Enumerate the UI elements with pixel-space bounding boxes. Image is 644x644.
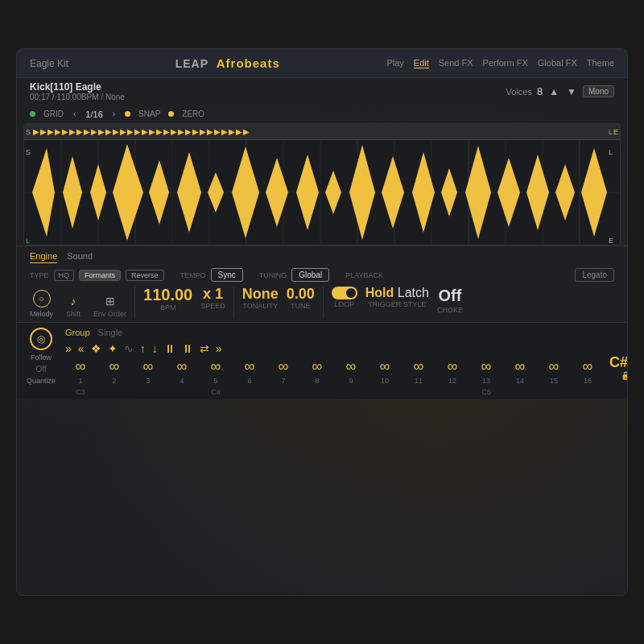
svg-marker-55 — [581, 192, 607, 237]
mono-button[interactable]: Mono — [583, 85, 614, 97]
hq-button[interactable]: HQ — [54, 270, 75, 281]
engine-values-area: ○ Melody ♪ Shift ⊞ Env Order 110.00 — [30, 287, 614, 319]
svg-marker-36 — [325, 171, 341, 192]
svg-marker-29 — [208, 192, 224, 213]
grid-next-button[interactable]: › — [111, 108, 117, 120]
nav-global-fx[interactable]: Global FX — [538, 58, 577, 68]
tonality-value[interactable]: None — [242, 287, 279, 301]
pause-button[interactable]: ⏸ — [164, 342, 175, 355]
pad-num-15: 15 — [539, 377, 569, 385]
right-info: C-3 Start Key C# min 🔒 Tonality — [609, 328, 628, 380]
up-button[interactable]: ↑ — [140, 342, 146, 355]
nav-send-fx[interactable]: Send FX — [439, 58, 473, 68]
svg-marker-28 — [208, 172, 224, 192]
tl-arrow-17: ▶ — [149, 127, 155, 136]
tl-s-label: S — [26, 128, 31, 136]
svg-marker-49 — [497, 192, 520, 227]
nav-play[interactable]: Play — [386, 58, 403, 68]
tonality-key-value: C# min — [609, 354, 628, 371]
tl-arrow-3: ▶ — [47, 127, 54, 136]
group-tab-group[interactable]: Group — [65, 328, 90, 337]
infinity-4[interactable]: ∞ — [167, 358, 197, 375]
tuning-label: TUNING — [259, 271, 287, 279]
fast-forward-button[interactable]: » — [216, 342, 222, 355]
pad-num-4: 4 — [167, 377, 197, 385]
infinity-12[interactable]: ∞ — [437, 358, 468, 375]
svg-marker-39 — [349, 192, 375, 240]
engine-tab-sound[interactable]: Sound — [67, 251, 93, 263]
tl-arrow-21: ▶ — [178, 127, 184, 136]
infinity-16[interactable]: ∞ — [572, 358, 603, 375]
infinity-6[interactable]: ∞ — [234, 358, 265, 375]
infinity-1[interactable]: ∞ — [65, 358, 96, 375]
legato-button[interactable]: Legato — [575, 268, 614, 282]
loop-toggle[interactable] — [332, 287, 357, 299]
choke-value[interactable]: Off — [438, 287, 461, 305]
pattern-button-2[interactable]: ✦ — [108, 342, 118, 355]
infinity-10[interactable]: ∞ — [369, 358, 400, 375]
grid-prev-button[interactable]: ‹ — [72, 108, 77, 120]
waveform-main[interactable]: S L L E — [24, 140, 620, 245]
split-button[interactable]: ⏸ — [182, 342, 193, 355]
infinity-14[interactable]: ∞ — [505, 358, 535, 375]
header-leap: LEAP — [175, 57, 208, 70]
infinity-5[interactable]: ∞ — [200, 358, 231, 375]
hold-latch-display: Hold Latch — [365, 287, 429, 299]
svg-marker-52 — [555, 164, 575, 192]
engine-tab-engine[interactable]: Engine — [30, 251, 57, 263]
tl-e-label: E — [613, 128, 618, 136]
pad-num-14: 14 — [505, 377, 535, 385]
group-tab-single[interactable]: Single — [98, 328, 123, 337]
bpm-value[interactable]: 110.00 — [143, 287, 192, 303]
tl-arrow-27: ▶ — [221, 127, 228, 136]
grid-dot-icon — [30, 111, 35, 117]
skip-back-button[interactable]: « — [78, 342, 85, 355]
infinity-3[interactable]: ∞ — [133, 358, 163, 375]
shuffle-button[interactable]: ⇄ — [200, 342, 209, 355]
infinity-15[interactable]: ∞ — [539, 358, 569, 375]
track-info: Kick[110] Eagle 00:17 / 110.00BPM / None… — [17, 78, 627, 105]
pad-num-9: 9 — [336, 377, 366, 385]
pad-sub-8 — [302, 388, 332, 396]
pad-sub-12 — [437, 388, 468, 396]
tempo-label: TEMPO — [180, 271, 206, 279]
voices-number: 8 — [537, 85, 543, 97]
grid-icon: ⊞ — [105, 295, 115, 308]
nav-perform-fx[interactable]: Perform FX — [483, 58, 528, 68]
svg-marker-45 — [441, 192, 457, 217]
skip-forward-button[interactable]: » — [65, 342, 72, 355]
voices-up-button[interactable]: ▲ — [547, 85, 560, 99]
infinity-2[interactable]: ∞ — [99, 358, 130, 375]
nav-edit[interactable]: Edit — [414, 58, 429, 68]
global-button[interactable]: Global — [291, 268, 329, 282]
infinity-11[interactable]: ∞ — [403, 358, 434, 375]
svg-marker-20 — [90, 164, 106, 192]
tl-l-label: L — [609, 128, 613, 136]
svg-marker-30 — [232, 147, 259, 192]
hold-word: Hold — [365, 286, 394, 299]
nav-theme[interactable]: Theme — [587, 58, 614, 68]
speed-value[interactable]: x 1 — [203, 287, 223, 301]
infinity-9[interactable]: ∞ — [336, 358, 366, 375]
reverse-button[interactable]: Reverse — [126, 270, 164, 281]
pattern-button-1[interactable]: ❖ — [91, 342, 101, 355]
circle-play-icon[interactable]: ○ — [33, 290, 51, 308]
header-nav: Play Edit Send FX Perform FX Global FX T… — [386, 58, 614, 68]
infinity-8[interactable]: ∞ — [302, 358, 332, 375]
follow-icon[interactable]: ◎ — [30, 328, 52, 350]
tl-arrow-19: ▶ — [163, 127, 170, 136]
down-button[interactable]: ↓ — [152, 342, 158, 355]
pad-sub-15 — [539, 388, 569, 396]
svg-marker-53 — [555, 192, 575, 221]
pad-num-5: 5 — [200, 377, 231, 385]
voices-down-button[interactable]: ▼ — [565, 85, 578, 99]
loop-group: Loop — [332, 287, 357, 308]
wave-button[interactable]: ∿ — [124, 342, 134, 355]
formants-button[interactable]: Formants — [79, 270, 121, 281]
sync-button[interactable]: Sync — [211, 268, 243, 282]
svg-marker-40 — [382, 156, 404, 192]
infinity-7[interactable]: ∞ — [268, 358, 299, 375]
infinity-13[interactable]: ∞ — [471, 358, 502, 375]
tune-value[interactable]: 0.00 — [287, 287, 315, 301]
follow-quantize-area: ◎ Follow Off Quantize — [27, 328, 56, 385]
